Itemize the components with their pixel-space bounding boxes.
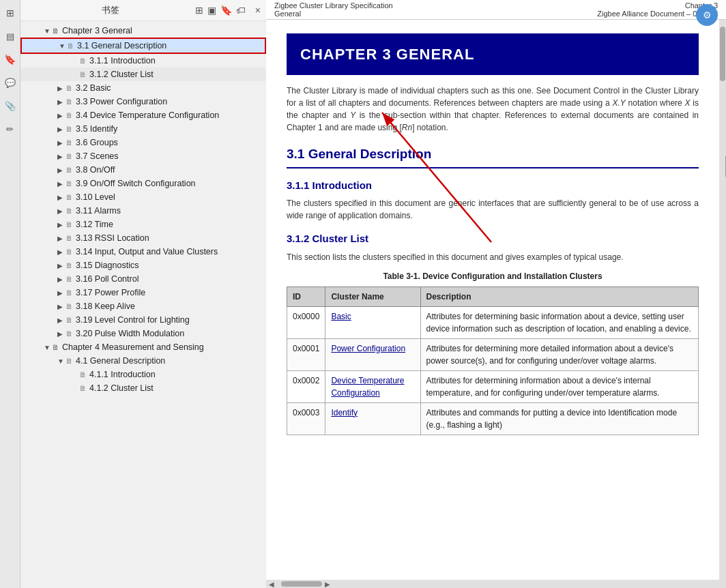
tree-item-s318[interactable]: ▶ 🗎 3.18 Keep Alive bbox=[20, 299, 266, 313]
tree-item-s311[interactable]: ▶ 🗎 3.1.1 Introduction bbox=[20, 54, 266, 68]
sidebar-icon-3[interactable]: 🔖 bbox=[220, 5, 232, 16]
attach-icon[interactable]: 📎 bbox=[3, 98, 18, 113]
tree-item-s39[interactable]: ▶ 🗎 3.9 On/Off Switch Configuration bbox=[20, 177, 266, 190]
cell-name-3: Identify bbox=[325, 402, 420, 435]
cluster-table: ID Cluster Name Description 0x0000BasicA… bbox=[287, 286, 699, 435]
tree-item-s411[interactable]: ▶ 🗎 4.1.1 Introduction bbox=[20, 368, 266, 381]
tree-item-s313[interactable]: ▶ 🗎 3.13 RSSI Location bbox=[20, 231, 266, 245]
sidebar-close-button[interactable]: × bbox=[255, 5, 261, 16]
grid-icon[interactable]: ⊞ bbox=[3, 5, 18, 20]
pen-icon[interactable]: ✏ bbox=[3, 121, 18, 136]
s314-arrow: ▶ bbox=[57, 248, 64, 256]
s37-page-icon: 🗎 bbox=[66, 152, 73, 160]
tree-item-s34[interactable]: ▶ 🗎 3.4 Device Temperature Configuration bbox=[20, 108, 266, 122]
section-312-body: This section lists the clusters specifie… bbox=[287, 251, 699, 263]
s33-page-icon: 🗎 bbox=[66, 98, 73, 106]
s39-page-icon: 🗎 bbox=[66, 179, 73, 188]
s319-page-icon: 🗎 bbox=[66, 316, 73, 324]
comment-icon[interactable]: 💬 bbox=[3, 75, 18, 90]
s35-arrow: ▶ bbox=[57, 126, 64, 133]
doc-header-left: Zigbee Cluster Library Specification Gen… bbox=[274, 1, 393, 18]
sidebar-icon-1[interactable]: ⊞ bbox=[195, 5, 203, 16]
s311b-arrow: ▶ bbox=[57, 207, 64, 215]
s34-page-icon: 🗎 bbox=[66, 111, 73, 119]
s316-page-icon: 🗎 bbox=[66, 275, 73, 283]
s319-arrow: ▶ bbox=[57, 317, 64, 324]
tree-item-s311b[interactable]: ▶ 🗎 3.11 Alarms bbox=[20, 204, 266, 218]
bookmark-strip-icon[interactable]: 🔖 bbox=[3, 52, 18, 67]
h-scroll-thumb bbox=[281, 581, 322, 587]
tree-item-s316[interactable]: ▶ 🗎 3.16 Poll Control bbox=[20, 272, 266, 286]
s38-page-icon: 🗎 bbox=[66, 166, 73, 174]
s312b-page-icon: 🗎 bbox=[66, 220, 73, 229]
bottom-scrollbar[interactable]: ◀ ▶ bbox=[266, 580, 726, 588]
right-scrollbar[interactable] bbox=[719, 20, 726, 580]
s310-arrow: ▶ bbox=[57, 194, 64, 201]
sidebar-tree: ▼ 🗎 Chapter 3 General ▼ 🗎 3.1 General De… bbox=[20, 21, 266, 588]
circle-icon: ⚙ bbox=[703, 10, 712, 20]
tree-item-s33[interactable]: ▶ 🗎 3.3 Power Configuration bbox=[20, 95, 266, 108]
section-311-body: The clusters specified in this document … bbox=[287, 197, 699, 222]
sidebar-icon-2[interactable]: ▣ bbox=[207, 5, 216, 16]
s36-page-icon: 🗎 bbox=[66, 138, 73, 147]
s33-arrow: ▶ bbox=[57, 98, 64, 106]
tree-item-s31[interactable]: ▼ 🗎 3.1 General Description bbox=[20, 38, 266, 54]
s315-arrow: ▶ bbox=[57, 262, 64, 269]
panel-icon[interactable]: ▤ bbox=[3, 29, 18, 44]
s320-label: 3.20 Pulse Width Modulation bbox=[76, 329, 184, 338]
tree-item-ch4[interactable]: ▼ 🗎 Chapter 4 Measurement and Sensing bbox=[20, 340, 266, 354]
cell-name-0: Basic bbox=[325, 306, 420, 338]
sidebar-icon-4[interactable]: 🏷 bbox=[236, 5, 246, 16]
tree-item-s310[interactable]: ▶ 🗎 3.10 Level bbox=[20, 190, 266, 204]
circle-action-button[interactable]: ⚙ bbox=[696, 4, 718, 26]
tree-item-s37[interactable]: ▶ 🗎 3.7 Scenes bbox=[20, 149, 266, 163]
scroll-left-btn[interactable]: ◀ bbox=[269, 580, 274, 588]
s35-page-icon: 🗎 bbox=[66, 125, 73, 133]
ch3-label: Chapter 3 General bbox=[62, 26, 132, 35]
tree-item-s412[interactable]: ▶ 🗎 4.1.2 Cluster List bbox=[20, 381, 266, 395]
cell-name-2: Device Temperature Configuration bbox=[325, 370, 420, 402]
s311b-label: 3.11 Alarms bbox=[76, 206, 121, 216]
scroll-right-btn[interactable]: ▶ bbox=[325, 580, 330, 588]
tree-item-s314[interactable]: ▶ 🗎 3.14 Input, Output and Value Cluster… bbox=[20, 245, 266, 259]
s37-label: 3.7 Scenes bbox=[76, 151, 119, 161]
s316-arrow: ▶ bbox=[57, 276, 64, 283]
cell-id-2: 0x0002 bbox=[287, 370, 325, 402]
table-row: 0x0003IdentifyAttributes and commands fo… bbox=[287, 402, 699, 435]
cell-name-1: Power Configuration bbox=[325, 338, 420, 370]
tree-item-s41[interactable]: ▼ 🗎 4.1 General Description bbox=[20, 354, 266, 368]
tree-item-s38[interactable]: ▶ 🗎 3.8 On/Off bbox=[20, 163, 266, 177]
s313-arrow: ▶ bbox=[57, 235, 64, 242]
tree-item-s36[interactable]: ▶ 🗎 3.6 Groups bbox=[20, 136, 266, 149]
s35-label: 3.5 Identify bbox=[76, 124, 117, 134]
scrollbar-thumb bbox=[720, 27, 725, 81]
tree-item-s312[interactable]: ▶ 🗎 3.1.2 Cluster List bbox=[20, 68, 266, 81]
tree-item-s35[interactable]: ▶ 🗎 3.5 Identify bbox=[20, 122, 266, 136]
doc-scroll[interactable]: CHAPTER 3 GENERAL The Cluster Library is… bbox=[266, 20, 719, 580]
tree-item-s317[interactable]: ▶ 🗎 3.17 Power Profile bbox=[20, 286, 266, 299]
doc-subtitle-top: General bbox=[274, 10, 301, 18]
s311-page-icon: 🗎 bbox=[79, 57, 87, 65]
s311-label: 3.1.1 Introduction bbox=[89, 56, 156, 65]
cell-id-3: 0x0003 bbox=[287, 402, 325, 435]
chapter-heading: CHAPTER 3 GENERAL bbox=[287, 33, 699, 75]
table-row: 0x0002Device Temperature ConfigurationAt… bbox=[287, 370, 699, 402]
tree-item-s315[interactable]: ▶ 🗎 3.15 Diagnostics bbox=[20, 259, 266, 272]
s317-label: 3.17 Power Profile bbox=[76, 288, 145, 297]
s317-page-icon: 🗎 bbox=[66, 289, 73, 297]
tree-item-s312b[interactable]: ▶ 🗎 3.12 Time bbox=[20, 218, 266, 231]
s39-arrow: ▶ bbox=[57, 180, 64, 188]
s320-page-icon: 🗎 bbox=[66, 329, 73, 338]
s315-page-icon: 🗎 bbox=[66, 261, 73, 269]
section-311-heading: 3.1.1 Introduction bbox=[287, 178, 699, 194]
col-header-id: ID bbox=[287, 286, 325, 306]
s313-page-icon: 🗎 bbox=[66, 234, 73, 242]
s313-label: 3.13 RSSI Location bbox=[76, 233, 149, 243]
tree-item-s320[interactable]: ▶ 🗎 3.20 Pulse Width Modulation bbox=[20, 327, 266, 340]
tree-item-ch3[interactable]: ▼ 🗎 Chapter 3 General bbox=[20, 24, 266, 38]
tree-item-s319[interactable]: ▶ 🗎 3.19 Level Control for Lighting bbox=[20, 313, 266, 327]
tree-item-s32[interactable]: ▶ 🗎 3.2 Basic bbox=[20, 81, 266, 95]
s312b-arrow: ▶ bbox=[57, 221, 64, 229]
main-content: Zigbee Cluster Library Specification Gen… bbox=[266, 0, 726, 588]
s312-page-icon: 🗎 bbox=[79, 70, 87, 78]
